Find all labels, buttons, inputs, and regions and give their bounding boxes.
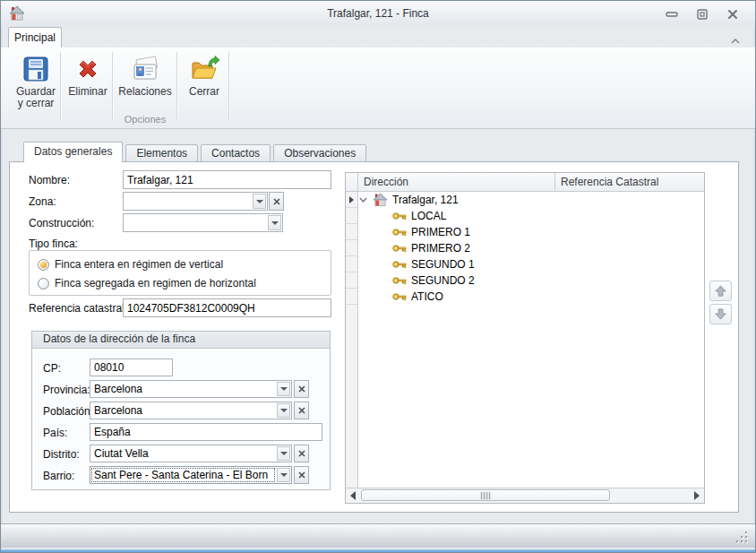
tipo-finca-group: Finca entera en régimen de vertical Finc…	[29, 250, 331, 296]
key-icon	[392, 276, 407, 285]
cp-input[interactable]	[90, 359, 173, 376]
poblacion-input[interactable]	[90, 402, 276, 419]
radio-finca-entera[interactable]: Finca entera en régimen de vertical	[38, 257, 223, 272]
arrow-down-icon	[714, 307, 727, 321]
key-icon	[392, 228, 407, 237]
tree-item-label[interactable]: LOCAL	[411, 210, 446, 222]
radio-finca-entera-label: Finca entera en régimen de vertical	[55, 258, 223, 271]
tab-contactos[interactable]: Contactos	[201, 144, 271, 162]
construccion-input[interactable]	[124, 214, 267, 231]
pais-input[interactable]	[90, 423, 322, 441]
direccion-group-title: Datos de la dirección de la finca	[32, 332, 330, 349]
distrito-dropdown-icon[interactable]	[277, 446, 290, 461]
tree-item-label[interactable]: ATICO	[411, 290, 443, 303]
expand-chevron-icon[interactable]	[359, 197, 367, 203]
scrollbar-thumb[interactable]	[361, 489, 610, 501]
tree-row[interactable]: PRIMERO 1	[359, 224, 703, 240]
ribbon-collapse-icon[interactable]	[731, 34, 740, 47]
zona-input[interactable]	[124, 193, 252, 210]
tree-row[interactable]: PRIMERO 2	[359, 240, 703, 256]
poblacion-combo[interactable]	[90, 402, 292, 419]
distrito-input[interactable]	[90, 445, 276, 462]
barrio-combo[interactable]	[90, 466, 292, 484]
tree-row[interactable]: ATICO	[359, 289, 703, 305]
radio-finca-segregada-label: Finca segregada en regimen de horizontal	[55, 277, 256, 289]
provincia-label: Provincia:	[43, 384, 90, 396]
grid-column-referencia-catastral[interactable]: Referencia Catastral	[555, 173, 704, 191]
tree-item-label[interactable]: PRIMERO 1	[411, 226, 470, 238]
zona-dropdown-icon[interactable]	[253, 194, 266, 209]
ribbon-separator	[176, 52, 177, 120]
tipo-finca-label: Tipo finca:	[29, 238, 78, 250]
close-form-label: Cerrar	[178, 86, 230, 98]
move-up-button[interactable]	[709, 281, 732, 301]
pais-label: País:	[43, 427, 67, 439]
row-indicator	[346, 272, 357, 289]
scroll-right-button[interactable]	[690, 488, 704, 503]
grid-indicator-header	[346, 173, 358, 191]
ribbon-group-caption: Opciones	[114, 114, 176, 125]
tab-page-datos-generales: Nombre: Zona: Construcción: Tipo finca: …	[9, 161, 739, 513]
relations-button[interactable]: Relaciones	[114, 51, 176, 112]
tree-row-root[interactable]: Trafalgar, 121	[359, 192, 703, 208]
barrio-input[interactable]	[90, 467, 276, 483]
tree-row[interactable]: LOCAL	[359, 208, 703, 224]
poblacion-dropdown-icon[interactable]	[277, 403, 290, 418]
elementos-tree-grid: Dirección Referencia Catastral	[345, 172, 705, 504]
minimize-button[interactable]	[664, 7, 680, 22]
row-indicator	[346, 289, 357, 305]
construccion-label: Construcción:	[29, 217, 94, 229]
ribbon-separator	[112, 52, 113, 120]
zona-combo[interactable]	[123, 192, 268, 211]
provincia-combo[interactable]	[90, 380, 292, 398]
tab-observaciones[interactable]: Observaciones	[273, 144, 366, 162]
ribbon-tab-principal[interactable]: Principal	[8, 27, 62, 48]
poblacion-clear-button[interactable]	[294, 402, 309, 419]
tab-elementos[interactable]: Elementos	[125, 144, 198, 162]
barrio-dropdown-icon[interactable]	[277, 468, 290, 482]
radio-unselected-icon[interactable]	[38, 278, 49, 289]
radio-finca-segregada[interactable]: Finca segregada en regimen de horizontal	[38, 276, 256, 290]
tab-datos-generales[interactable]: Datos generales	[23, 142, 123, 162]
contact-cards-icon	[130, 55, 160, 83]
provincia-clear-button[interactable]	[294, 380, 309, 398]
zona-clear-button[interactable]	[269, 192, 284, 211]
row-indicator	[346, 224, 357, 240]
construccion-combo[interactable]	[123, 213, 283, 232]
provincia-dropdown-icon[interactable]	[277, 382, 290, 396]
provincia-input[interactable]	[90, 381, 276, 397]
close-form-button[interactable]: Cerrar	[178, 51, 230, 112]
radio-selected-icon[interactable]	[38, 259, 49, 271]
restore-button[interactable]	[694, 7, 710, 22]
distrito-clear-button[interactable]	[294, 445, 309, 462]
grid-column-direccion[interactable]: Dirección	[358, 173, 555, 191]
delete-button[interactable]: Eliminar	[62, 51, 114, 112]
direccion-groupbox: Datos de la dirección de la finca CP: Pr…	[31, 331, 331, 490]
ref-catastral-label: Referencia catastral:	[29, 302, 127, 315]
save-close-button[interactable]: Guardar y cerrar	[10, 51, 62, 112]
ref-catastral-input[interactable]	[123, 298, 331, 317]
tree-item-label[interactable]: SEGUNDO 1	[411, 258, 475, 271]
ribbon-separator	[60, 52, 61, 120]
nombre-input[interactable]	[123, 170, 331, 189]
key-icon	[392, 292, 407, 301]
save-close-label-line2: y cerrar	[10, 98, 62, 109]
grid-row-indicator-column	[346, 192, 358, 488]
barrio-clear-button[interactable]	[294, 466, 309, 484]
title-bar: Trafalgar, 121 - Finca	[1, 1, 755, 27]
resize-grip[interactable]	[735, 530, 747, 542]
tree-item-label[interactable]: SEGUNDO 2	[411, 274, 475, 287]
close-button[interactable]	[725, 7, 741, 22]
scroll-left-button[interactable]	[346, 488, 360, 503]
tree-root-label[interactable]: Trafalgar, 121	[392, 194, 459, 206]
tree-row[interactable]: SEGUNDO 1	[359, 256, 703, 272]
tree-item-label[interactable]: PRIMERO 2	[411, 242, 470, 255]
distrito-combo[interactable]	[90, 445, 292, 462]
tree-row[interactable]: SEGUNDO 2	[359, 272, 703, 289]
horizontal-scrollbar[interactable]	[346, 488, 704, 503]
house-icon	[373, 193, 388, 207]
ribbon-separator	[228, 52, 229, 120]
construccion-dropdown-icon[interactable]	[268, 215, 281, 230]
move-down-button[interactable]	[709, 304, 732, 324]
row-indicator-current	[346, 192, 357, 208]
